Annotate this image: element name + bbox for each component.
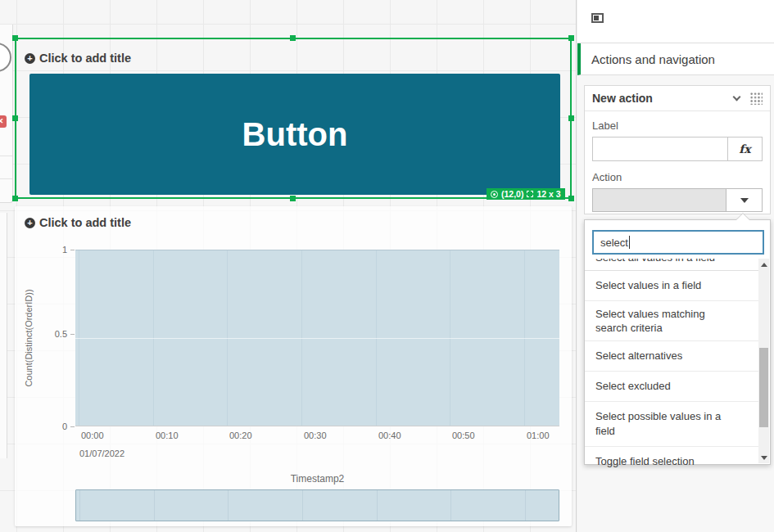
navigator-gridline [302, 490, 303, 521]
section-header-actions-navigation[interactable]: Actions and navigation [577, 43, 774, 75]
scroll-up-icon [761, 263, 767, 267]
navigator-gridline [228, 490, 229, 521]
new-action-header[interactable]: New action [585, 86, 770, 111]
resize-handle-se[interactable] [568, 196, 574, 201]
action-dropdown-popup: select Select all values in a field Sele… [584, 219, 771, 465]
divider [0, 178, 12, 179]
y-axis-label: Count(Distinct(OrderID)) [24, 264, 34, 412]
navigator-gridline [154, 490, 155, 521]
fx-icon: fx [739, 142, 750, 156]
scroll-up-button[interactable] [758, 259, 769, 270]
grid-position-badge: (12,0) 12 x 3 [487, 188, 565, 200]
y-tickmark [70, 334, 75, 335]
collapse-chevron-icon[interactable] [733, 93, 741, 101]
chart-plot-area [75, 250, 559, 426]
x-axis-date: 01/07/2022 [79, 449, 124, 458]
y-tick-05: 0.5 [46, 329, 67, 339]
resize-handle-s[interactable] [290, 196, 296, 201]
add-title-icon [25, 53, 35, 64]
option-toggle-field-selection[interactable]: Toggle field selection [585, 447, 758, 476]
y-gridline [75, 338, 559, 339]
line-chart-widget[interactable]: Click to add title Count(Distinct(OrderI… [15, 206, 572, 526]
button-widget-title-text: Click to add title [39, 52, 131, 65]
chart-widget-title[interactable]: Click to add title [25, 216, 131, 229]
y-tick-0: 0 [46, 422, 67, 431]
navigator-gridline [450, 490, 451, 521]
navigator-gridline [377, 490, 378, 521]
option-list-scrollbar[interactable] [758, 259, 769, 463]
search-input-value: select [600, 237, 628, 249]
expression-editor-button[interactable]: fx [728, 137, 763, 161]
label-field-label: Label [592, 119, 763, 132]
divider [0, 156, 12, 156]
section-header-text: Actions and navigation [591, 52, 715, 66]
new-action-panel: New action Label fx Action [584, 85, 771, 214]
resize-handle-w[interactable] [12, 115, 18, 121]
option-select-values-in-field[interactable]: Select values in a field [585, 271, 758, 301]
properties-sidebar: Actions and navigation New action Label … [577, 0, 774, 532]
x-tick: 00:10 [156, 431, 179, 440]
action-select-value[interactable] [592, 188, 726, 212]
left-clipped-widget: ✕ [0, 25, 13, 203]
action-select-open-button[interactable] [726, 188, 763, 212]
resize-handle-n[interactable] [290, 35, 296, 41]
size-icon [527, 191, 533, 197]
navigator-gridline [79, 490, 80, 521]
navigator-gridline [525, 490, 526, 521]
grid-size-value: 12 x 3 [536, 189, 560, 199]
y-tickmark [70, 250, 75, 250]
x-tick: 00:00 [81, 431, 104, 440]
x-axis-title: Timestamp2 [75, 473, 559, 485]
option-select-values-matching-search[interactable]: Select values matching search criteria [585, 301, 758, 341]
scroll-down-icon [761, 456, 767, 460]
resize-handle-ne[interactable] [568, 35, 574, 41]
new-action-title: New action [592, 92, 653, 105]
position-icon [491, 191, 498, 198]
scroll-down-button[interactable] [758, 452, 769, 463]
y-tickmark [70, 426, 75, 427]
action-field-label: Action [592, 171, 763, 183]
add-title-icon [25, 218, 35, 228]
y-tick-1: 1 [46, 245, 67, 255]
x-tick: 01:00 [527, 431, 550, 440]
button-widget[interactable]: Button [29, 74, 560, 195]
option-select-alternatives[interactable]: Select alternatives [585, 341, 758, 372]
option-select-all-values[interactable]: Select all values in a field [585, 259, 758, 271]
chart-widget-title-text: Click to add title [39, 216, 131, 229]
sidebar-top-bar [577, 0, 774, 43]
action-search-input[interactable]: select [592, 230, 764, 255]
left-clipped-card-edge [0, 213, 7, 458]
x-tick: 00:30 [304, 431, 327, 440]
grid-position-value: (12,0) [501, 189, 523, 199]
action-option-list: Select all values in a field Select valu… [585, 259, 758, 476]
chart-range-navigator[interactable] [75, 489, 559, 521]
remove-icon[interactable]: ✕ [0, 115, 7, 128]
button-widget-label: Button [242, 116, 348, 153]
option-select-excluded[interactable]: Select excluded [585, 372, 758, 402]
panel-toggle-icon[interactable] [591, 13, 604, 23]
x-tick: 00:20 [229, 431, 252, 440]
sheet-canvas: ✕ Click to add title Button (12,0) 12 x … [0, 0, 577, 532]
scrollbar-thumb[interactable] [759, 348, 768, 427]
dropdown-arrow-icon [740, 198, 749, 203]
resize-handle-e[interactable] [568, 115, 574, 121]
button-widget-title[interactable]: Click to add title [25, 52, 131, 65]
option-select-possible-values[interactable]: Select possible values in a field [585, 402, 758, 447]
gauge-icon [0, 43, 11, 72]
popup-caret [736, 214, 749, 220]
resize-handle-sw[interactable] [12, 196, 18, 201]
x-tick: 00:40 [378, 431, 401, 440]
text-cursor [629, 236, 630, 249]
x-tick: 00:50 [452, 431, 475, 440]
label-input[interactable] [592, 137, 728, 161]
drag-handle-icon[interactable] [749, 92, 763, 105]
resize-handle-nw[interactable] [12, 35, 18, 41]
